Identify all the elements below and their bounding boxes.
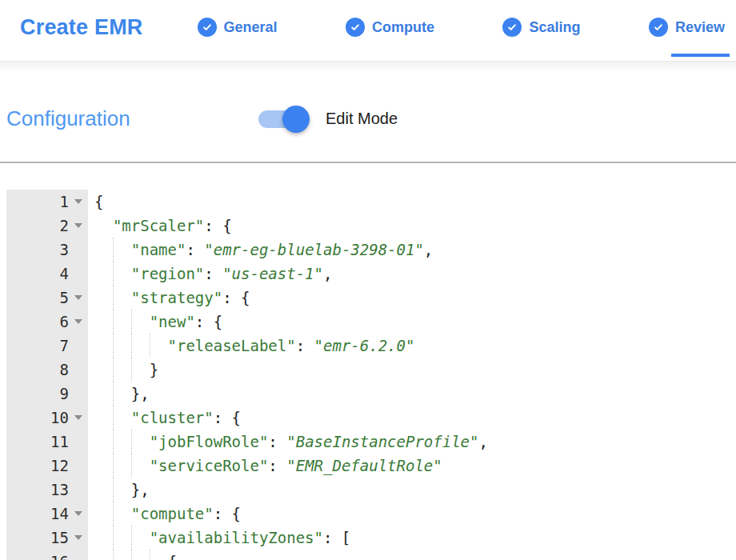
gutter-cell: 2: [6, 214, 88, 238]
code-line-text[interactable]: "strategy": {: [88, 286, 736, 310]
gutter-cell: 4: [6, 262, 88, 286]
code-line-text[interactable]: "availabilityZones": [: [88, 526, 736, 550]
step-review[interactable]: Review: [649, 18, 725, 37]
code-line: 11 "jobFlowRole": "BaseInstanceProfile",: [6, 430, 736, 454]
edit-mode-label: Edit Mode: [326, 110, 398, 128]
code-line: 16 {: [6, 550, 736, 560]
gutter-cell: 16: [6, 550, 88, 560]
edit-mode-toggle[interactable]: [258, 110, 308, 128]
code-line-text[interactable]: "compute": {: [88, 502, 736, 526]
code-line: 3 "name": "emr-eg-bluelab-3298-01",: [6, 238, 736, 262]
gutter-cell: 6: [6, 310, 88, 334]
line-number: 5: [6, 289, 69, 306]
wizard-steps: GeneralComputeScalingReview: [198, 18, 725, 37]
code-line-text[interactable]: "new": {: [88, 310, 736, 334]
fold-toggle-icon[interactable]: [74, 511, 82, 516]
line-number: 14: [6, 505, 69, 522]
code-line-text[interactable]: {: [88, 190, 736, 214]
gutter-cell: 3: [6, 238, 88, 262]
code-line-text[interactable]: "cluster": {: [88, 406, 736, 430]
code-line-text[interactable]: "region": "us-east-1",: [88, 262, 736, 286]
fold-gutter: [69, 295, 88, 300]
section-title: Configuration: [6, 106, 258, 131]
step-label: Scaling: [529, 19, 580, 36]
fold-gutter: [69, 199, 88, 204]
fold-toggle-icon[interactable]: [74, 223, 82, 228]
gutter-cell: 15: [6, 526, 88, 550]
fold-gutter: [69, 223, 88, 228]
line-number: 15: [6, 529, 69, 546]
fold-toggle-icon[interactable]: [74, 295, 82, 300]
gutter-cell: 14: [6, 502, 88, 526]
step-label: Compute: [372, 19, 434, 36]
code-line: 2 "mrScaler": {: [6, 214, 736, 238]
step-label: Review: [675, 19, 725, 36]
json-editor[interactable]: 1{2 "mrScaler": {3 "name": "emr-eg-bluel…: [6, 190, 736, 560]
fold-gutter: [69, 535, 88, 540]
code-line: 12 "serviceRole": "EMR_DefaultRole": [6, 454, 736, 478]
step-compute[interactable]: Compute: [346, 18, 434, 37]
code-line-text[interactable]: "name": "emr-eg-bluelab-3298-01",: [88, 238, 736, 262]
gutter-cell: 7: [6, 334, 88, 358]
gutter-cell: 8: [6, 358, 88, 382]
code-line: 14 "compute": {: [6, 502, 736, 526]
gutter-cell: 10: [6, 406, 88, 430]
header-shadow: [0, 62, 736, 71]
line-number: 7: [6, 337, 69, 354]
step-completed-icon: [198, 18, 217, 37]
step-completed-icon: [346, 18, 365, 37]
fold-gutter: [69, 319, 88, 324]
line-number: 4: [6, 265, 69, 282]
line-number: 11: [6, 433, 69, 450]
line-number: 16: [6, 553, 69, 560]
line-number: 6: [6, 313, 69, 330]
gutter-cell: 13: [6, 478, 88, 502]
gutter-cell: 5: [6, 286, 88, 310]
line-number: 2: [6, 217, 69, 234]
line-number: 1: [6, 193, 69, 210]
code-line: 15 "availabilityZones": [: [6, 526, 736, 550]
code-line: 5 "strategy": {: [6, 286, 736, 310]
fold-toggle-icon[interactable]: [74, 535, 82, 540]
code-line-text[interactable]: {: [88, 550, 736, 560]
code-line: 6 "new": {: [6, 310, 736, 334]
gutter-cell: 11: [6, 430, 88, 454]
line-number: 13: [6, 481, 69, 498]
code-line: 7 "releaseLabel": "emr-6.2.0": [6, 334, 736, 358]
gutter-cell: 12: [6, 454, 88, 478]
step-label: General: [224, 19, 278, 36]
code-line: 1{: [6, 190, 736, 214]
gutter-cell: 1: [6, 190, 88, 214]
gutter-cell: 9: [6, 382, 88, 406]
code-line: 4 "region": "us-east-1",: [6, 262, 736, 286]
fold-gutter: [69, 415, 88, 420]
code-line-text[interactable]: },: [88, 382, 736, 406]
code-line-text[interactable]: "mrScaler": {: [88, 214, 736, 238]
section-divider: [0, 162, 736, 163]
wizard-header: Create EMR GeneralComputeScalingReview: [0, 0, 736, 62]
fold-toggle-icon[interactable]: [74, 319, 82, 324]
code-line: 8 }: [6, 358, 736, 382]
code-line-text[interactable]: "releaseLabel": "emr-6.2.0": [88, 334, 736, 358]
code-line: 10 "cluster": {: [6, 406, 736, 430]
code-line-text[interactable]: "jobFlowRole": "BaseInstanceProfile",: [88, 430, 736, 454]
line-number: 9: [6, 385, 69, 402]
step-scaling[interactable]: Scaling: [502, 18, 580, 37]
code-line: 13 },: [6, 478, 736, 502]
step-completed-icon: [649, 18, 668, 37]
code-line: 9 },: [6, 382, 736, 406]
step-completed-icon: [502, 18, 522, 37]
code-line-text[interactable]: "serviceRole": "EMR_DefaultRole": [88, 454, 736, 478]
line-number: 12: [6, 457, 69, 474]
configuration-section-header: Configuration Edit Mode: [0, 106, 736, 131]
toggle-knob: [282, 106, 310, 133]
fold-toggle-icon[interactable]: [74, 199, 82, 204]
line-number: 3: [6, 241, 69, 258]
fold-gutter: [69, 511, 88, 516]
line-number: 10: [6, 409, 69, 426]
code-line-text[interactable]: }: [88, 358, 736, 382]
code-line-text[interactable]: },: [88, 478, 736, 502]
line-number: 8: [6, 361, 69, 378]
fold-toggle-icon[interactable]: [74, 415, 82, 420]
step-general[interactable]: General: [198, 18, 278, 37]
